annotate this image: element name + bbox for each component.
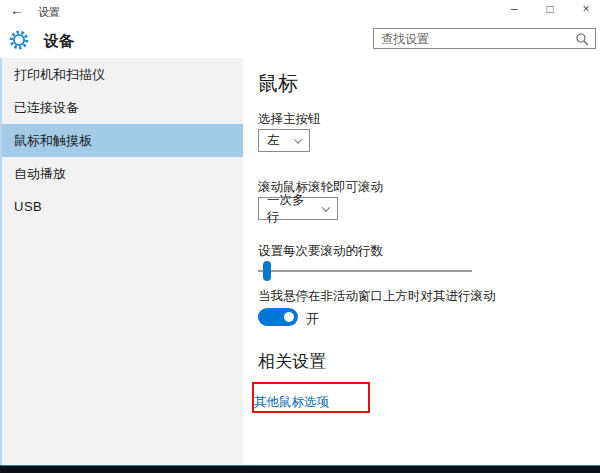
sidebar-item-usb[interactable]: USB: [2, 190, 243, 223]
chevron-down-icon: [322, 203, 330, 211]
sidebar: 打印机和扫描仪 已连接设备 鼠标和触摸板 自动播放 USB: [0, 58, 243, 465]
wheel-scroll-dropdown[interactable]: 一次多行: [258, 197, 338, 220]
main-content: 鼠标 选择主按钮 左 滚动鼠标滚轮即可滚动 一次多行 设置每次要滚动的行数 当我…: [258, 58, 600, 465]
page-title-devices: 设备: [44, 32, 74, 51]
scroll-lines-slider[interactable]: [258, 261, 472, 281]
maximize-button[interactable]: □: [542, 2, 558, 16]
scroll-lines-label: 设置每次要滚动的行数: [258, 243, 383, 260]
close-button[interactable]: ×: [578, 2, 594, 16]
section-title-mouse: 鼠标: [258, 70, 298, 97]
sidebar-item-printers[interactable]: 打印机和扫描仪: [2, 58, 243, 91]
primary-button-label: 选择主按钮: [258, 111, 321, 128]
settings-window: ← 设置 – □ × 设备 打印机和扫描仪 已连接设备: [0, 0, 600, 473]
gear-icon: [8, 29, 30, 51]
back-button[interactable]: ←: [10, 2, 24, 18]
toggle-knob: [284, 312, 294, 322]
page-header: 设备: [0, 22, 600, 58]
window-controls: – □ ×: [506, 2, 594, 16]
minimize-button[interactable]: –: [506, 2, 522, 16]
toggle-state-label: 开: [306, 310, 319, 328]
sidebar-item-connected-devices[interactable]: 已连接设备: [2, 91, 243, 124]
related-settings-title: 相关设置: [258, 350, 326, 373]
sidebar-item-autoplay[interactable]: 自动播放: [2, 157, 243, 190]
additional-mouse-options-link[interactable]: 其他鼠标选项: [254, 394, 329, 411]
search-box: [373, 28, 596, 49]
search-input[interactable]: [374, 32, 574, 46]
sidebar-item-mouse-touchpad[interactable]: 鼠标和触摸板: [2, 124, 243, 157]
search-icon[interactable]: [574, 31, 592, 47]
window-title: 设置: [38, 5, 60, 20]
inactive-windows-toggle[interactable]: [258, 308, 298, 326]
chevron-down-icon: [294, 135, 302, 143]
slider-thumb[interactable]: [263, 261, 271, 281]
slider-track[interactable]: [258, 270, 472, 272]
primary-button-dropdown[interactable]: 左: [258, 129, 310, 152]
taskbar-edge: [0, 465, 600, 473]
primary-button-value: 左: [267, 132, 280, 149]
wheel-scroll-value: 一次多行: [267, 192, 315, 226]
inactive-windows-label: 当我悬停在非活动窗口上方时对其进行滚动: [258, 288, 496, 305]
titlebar: ← 设置 – □ ×: [0, 0, 600, 22]
